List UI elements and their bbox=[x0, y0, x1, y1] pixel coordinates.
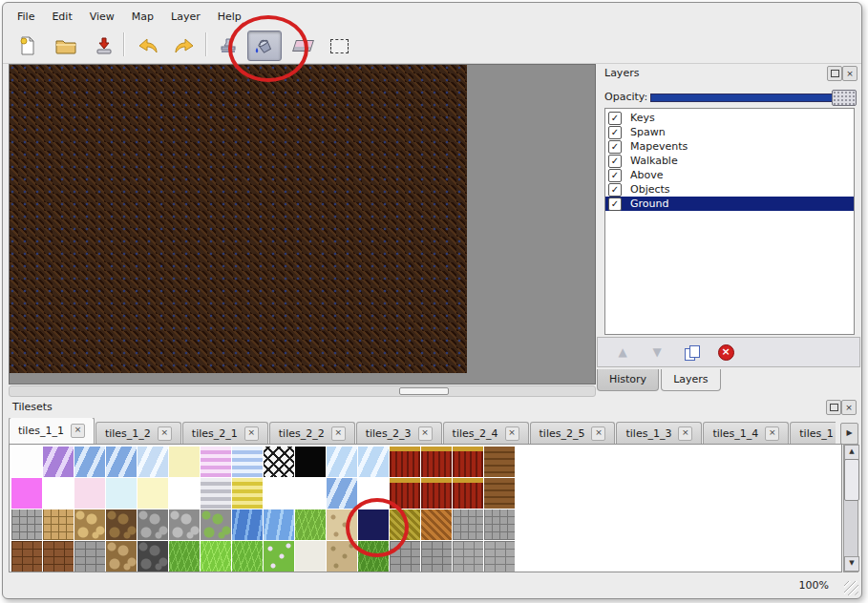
tileset-tab-tiles_1_2[interactable]: tiles_1_2× bbox=[95, 422, 181, 444]
scrollbar-handle[interactable] bbox=[399, 387, 449, 395]
tile-r2-c3[interactable] bbox=[74, 478, 105, 509]
tileset-tab-tiles_2_4[interactable]: tiles_2_4× bbox=[443, 422, 529, 444]
tile-r2-c11[interactable] bbox=[327, 478, 357, 509]
tile-r3-c1[interactable] bbox=[11, 509, 42, 540]
undo-button[interactable] bbox=[131, 31, 165, 61]
opacity-slider-handle[interactable] bbox=[832, 90, 857, 106]
tile-r4-c8[interactable] bbox=[232, 541, 263, 572]
tile-r3-c2[interactable] bbox=[43, 509, 74, 540]
tile-r2-c4[interactable] bbox=[106, 478, 137, 509]
tab-close-button[interactable]: × bbox=[158, 426, 172, 441]
menu-edit[interactable]: Edit bbox=[43, 8, 80, 27]
layers-panel-close-button[interactable]: × bbox=[842, 66, 857, 81]
tile-r2-c9[interactable] bbox=[264, 478, 294, 509]
tileset-tab-tiles_2_2[interactable]: tiles_2_2× bbox=[269, 422, 355, 444]
tileset-tab-tiles_1_4[interactable]: tiles_1_4× bbox=[703, 422, 789, 444]
tile-r4-c2[interactable] bbox=[43, 541, 74, 572]
tile-r1-c11[interactable] bbox=[327, 447, 357, 477]
tile-r3-c4[interactable] bbox=[106, 509, 137, 540]
scrollbar-handle[interactable] bbox=[844, 459, 859, 501]
tile-r2-c13[interactable] bbox=[390, 478, 420, 509]
map-horizontal-scrollbar[interactable] bbox=[9, 385, 596, 397]
tile-r4-c11[interactable] bbox=[327, 541, 357, 572]
tile-r2-c2[interactable] bbox=[43, 478, 74, 509]
tile-r2-c15[interactable] bbox=[453, 478, 483, 509]
layer-visibility-checkbox[interactable]: ✓ bbox=[608, 169, 622, 182]
menu-layer[interactable]: Layer bbox=[162, 8, 209, 27]
tile-r1-c5[interactable] bbox=[138, 447, 168, 477]
tile-r4-c5[interactable] bbox=[138, 541, 168, 572]
tile-r2-c6[interactable] bbox=[169, 478, 200, 509]
tile-r1-c14[interactable] bbox=[421, 447, 452, 477]
layer-visibility-checkbox[interactable]: ✓ bbox=[608, 112, 622, 125]
layer-visibility-checkbox[interactable]: ✓ bbox=[608, 155, 622, 168]
lower-layer-button[interactable]: ▼ bbox=[647, 343, 667, 362]
tile-r3-c12[interactable] bbox=[358, 509, 389, 540]
tile-r1-c16[interactable] bbox=[484, 447, 515, 477]
eraser-tool-button[interactable] bbox=[286, 31, 320, 61]
rect-select-tool-button[interactable] bbox=[322, 31, 356, 61]
fill-tool-button[interactable] bbox=[247, 31, 282, 61]
layer-visibility-checkbox[interactable]: ✓ bbox=[608, 183, 622, 197]
tilesets-panel-close-button[interactable]: × bbox=[841, 400, 857, 415]
layer-row-mapevents[interactable]: ✓Mapevents bbox=[605, 139, 854, 154]
tile-r4-c7[interactable] bbox=[201, 541, 231, 572]
tile-r3-c13[interactable] bbox=[390, 509, 420, 540]
menu-help[interactable]: Help bbox=[209, 8, 250, 27]
layer-row-above[interactable]: ✓Above bbox=[605, 168, 854, 182]
layer-row-keys[interactable]: ✓Keys bbox=[605, 111, 854, 125]
tab-close-button[interactable]: × bbox=[331, 426, 346, 441]
duplicate-layer-button[interactable] bbox=[682, 343, 701, 362]
layer-row-spawn[interactable]: ✓Spawn bbox=[605, 125, 854, 139]
tile-r4-c13[interactable] bbox=[390, 541, 420, 572]
tile-r1-c2[interactable] bbox=[43, 447, 74, 477]
panel-tab-layers[interactable]: Layers bbox=[661, 369, 720, 391]
menu-map[interactable]: Map bbox=[123, 8, 162, 27]
tile-r4-c15[interactable] bbox=[453, 541, 483, 572]
tile-r4-c6[interactable] bbox=[169, 541, 200, 572]
save-file-button[interactable] bbox=[87, 31, 121, 61]
tile-r2-c1[interactable] bbox=[11, 478, 42, 509]
tab-close-button[interactable]: × bbox=[71, 424, 85, 438]
tile-r1-c6[interactable] bbox=[169, 447, 200, 477]
layer-visibility-checkbox[interactable]: ✓ bbox=[608, 198, 622, 211]
redo-button[interactable] bbox=[167, 31, 201, 61]
tile-r4-c10[interactable] bbox=[295, 541, 326, 572]
map-painted-tiles[interactable] bbox=[10, 65, 467, 373]
tile-r3-c7[interactable] bbox=[201, 509, 231, 540]
tile-r3-c5[interactable] bbox=[138, 509, 168, 540]
tile-r1-c9[interactable] bbox=[264, 447, 294, 477]
tile-r4-c4[interactable] bbox=[106, 541, 137, 572]
delete-layer-button[interactable]: × bbox=[716, 343, 735, 362]
tile-r2-c7[interactable] bbox=[201, 478, 231, 509]
tile-r3-c14[interactable] bbox=[421, 509, 452, 540]
tile-r2-c12[interactable] bbox=[358, 478, 389, 509]
layer-row-ground[interactable]: ✓Ground bbox=[605, 197, 854, 211]
tile-r4-c1[interactable] bbox=[11, 541, 42, 572]
tile-r1-c10[interactable] bbox=[295, 447, 326, 477]
tile-r3-c11[interactable] bbox=[327, 509, 357, 540]
tile-r1-c4[interactable] bbox=[106, 447, 137, 477]
tile-r3-c16[interactable] bbox=[484, 509, 515, 540]
tile-r1-c15[interactable] bbox=[453, 447, 483, 477]
tile-r3-c8[interactable] bbox=[232, 509, 263, 540]
tile-r3-c10[interactable] bbox=[295, 509, 326, 540]
tile-r3-c15[interactable] bbox=[453, 509, 483, 540]
tab-close-button[interactable]: × bbox=[765, 426, 779, 441]
tile-r1-c13[interactable] bbox=[390, 447, 420, 477]
tile-r1-c12[interactable] bbox=[358, 447, 389, 477]
tile-r3-c3[interactable] bbox=[74, 509, 105, 540]
scroll-down-button[interactable]: ▼ bbox=[844, 556, 859, 572]
menu-file[interactable]: File bbox=[9, 8, 43, 27]
open-file-button[interactable] bbox=[49, 31, 83, 61]
tab-scroll-right-button[interactable]: ▶ bbox=[840, 423, 858, 445]
tile-r2-c10[interactable] bbox=[295, 478, 326, 509]
tab-close-button[interactable]: × bbox=[591, 426, 605, 441]
tileset-tab-tiles_1_1[interactable]: tiles_1_1× bbox=[9, 418, 95, 444]
tileset-tab-tiles_2_3[interactable]: tiles_2_3× bbox=[356, 422, 442, 444]
tile-r2-c5[interactable] bbox=[138, 478, 168, 509]
tileset-tab-tiles_2_1[interactable]: tiles_2_1× bbox=[182, 422, 268, 444]
tileset-vertical-scrollbar[interactable]: ▲ ▼ bbox=[843, 444, 858, 572]
tileset-tab-tiles_1[interactable]: tiles_1× bbox=[790, 422, 836, 444]
tile-r1-c8[interactable] bbox=[232, 447, 263, 477]
